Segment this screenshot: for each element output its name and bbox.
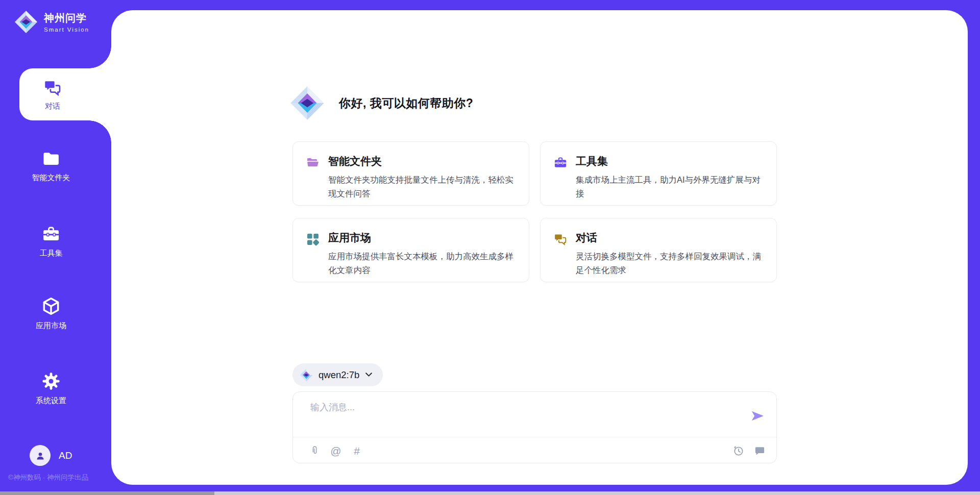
diamond-logo-icon <box>14 10 38 34</box>
apps-icon <box>305 232 321 246</box>
chat-icon <box>553 232 568 246</box>
chat-icon <box>43 78 62 97</box>
sidebar-item-label: 应用市场 <box>36 321 66 331</box>
card-description: 应用市场提供丰富长文本模板，助力高效生成多样化文章内容 <box>328 250 516 277</box>
hash-icon: # <box>354 445 360 456</box>
feedback-button[interactable] <box>753 444 766 457</box>
card-smart-folder[interactable]: 智能文件夹 智能文件夹功能支持批量文件上传与清洗，轻松实现文件问答 <box>292 141 529 206</box>
model-name: qwen2:7b <box>318 369 359 381</box>
card-chat[interactable]: 对话 灵活切换多模型文件，支持多样回复效果调试，满足个性化需求 <box>540 218 777 282</box>
person-icon <box>34 450 46 462</box>
cube-icon <box>41 296 61 316</box>
card-title: 应用市场 <box>328 231 516 245</box>
sidebar-item-label: 系统设置 <box>36 396 66 406</box>
card-title: 智能文件夹 <box>328 154 516 168</box>
gear-icon <box>41 371 61 391</box>
sidebar-item-settings[interactable]: 系统设置 <box>0 371 102 406</box>
brand-subtitle: Smart Vision <box>44 27 89 33</box>
message-composer: @ # <box>292 391 777 463</box>
brand-name: 神州问学 <box>44 11 89 25</box>
sidebar-item-toolbox[interactable]: 工具集 <box>0 225 102 258</box>
diamond-logo-icon <box>290 86 325 120</box>
chevron-down-icon <box>365 372 373 378</box>
sidebar-item-app-market[interactable]: 应用市场 <box>0 296 102 331</box>
horizontal-scrollbar <box>0 491 980 495</box>
greeting: 你好, 我可以如何帮助你? <box>290 86 473 120</box>
card-title: 工具集 <box>576 154 763 168</box>
sidebar-item-label: 对话 <box>45 102 60 111</box>
card-description: 灵活切换多模型文件，支持多样回复效果调试，满足个性化需求 <box>576 250 763 277</box>
sidebar-item-smart-folder[interactable]: 智能文件夹 <box>0 149 102 183</box>
folder-open-icon <box>305 156 321 170</box>
speech-bubble-icon <box>754 445 766 457</box>
topic-button[interactable]: # <box>350 444 363 457</box>
at-icon: @ <box>330 445 341 456</box>
avatar <box>30 445 51 466</box>
toolbox-icon <box>553 156 568 170</box>
card-toolbox[interactable]: 工具集 集成市场上主流工具，助力AI与外界无缝扩展与对接 <box>540 141 777 206</box>
card-description: 集成市场上主流工具，助力AI与外界无缝扩展与对接 <box>576 173 763 201</box>
brand-logo: 神州问学 Smart Vision <box>14 10 89 34</box>
mention-button[interactable]: @ <box>329 444 342 457</box>
model-selector[interactable]: qwen2:7b <box>292 363 383 386</box>
copyright-footer: ©神州数码 · 神州问学出品 <box>8 473 88 482</box>
history-icon <box>732 444 745 457</box>
sidebar-item-chat[interactable]: 对话 <box>19 68 111 120</box>
card-app-market[interactable]: 应用市场 应用市场提供丰富长文本模板，助力高效生成多样化文章内容 <box>292 218 529 282</box>
history-button[interactable] <box>731 444 745 457</box>
feature-cards: 智能文件夹 智能文件夹功能支持批量文件上传与清洗，轻松实现文件问答 工具集 集成… <box>292 141 777 282</box>
toolbox-icon <box>41 225 61 244</box>
card-description: 智能文件夹功能支持批量文件上传与清洗，轻松实现文件问答 <box>328 173 516 201</box>
sidebar-item-label: 智能文件夹 <box>32 173 70 183</box>
greeting-title: 你好, 我可以如何帮助你? <box>339 95 473 111</box>
send-icon <box>750 408 765 424</box>
diamond-logo-icon <box>300 368 313 382</box>
composer-divider <box>293 437 776 437</box>
folder-icon <box>41 149 61 168</box>
scrollbar-thumb[interactable] <box>0 491 214 495</box>
sidebar-item-label: 工具集 <box>40 249 63 258</box>
app-window: 神州问学 Smart Vision 对话 智能文件夹 <box>0 0 980 495</box>
paperclip-icon <box>309 444 321 457</box>
attach-button[interactable] <box>308 444 322 457</box>
message-input[interactable] <box>310 401 627 431</box>
send-button[interactable] <box>750 408 765 424</box>
user-initials: AD <box>59 450 72 461</box>
card-title: 对话 <box>576 231 763 245</box>
user-profile[interactable]: AD <box>30 445 72 466</box>
